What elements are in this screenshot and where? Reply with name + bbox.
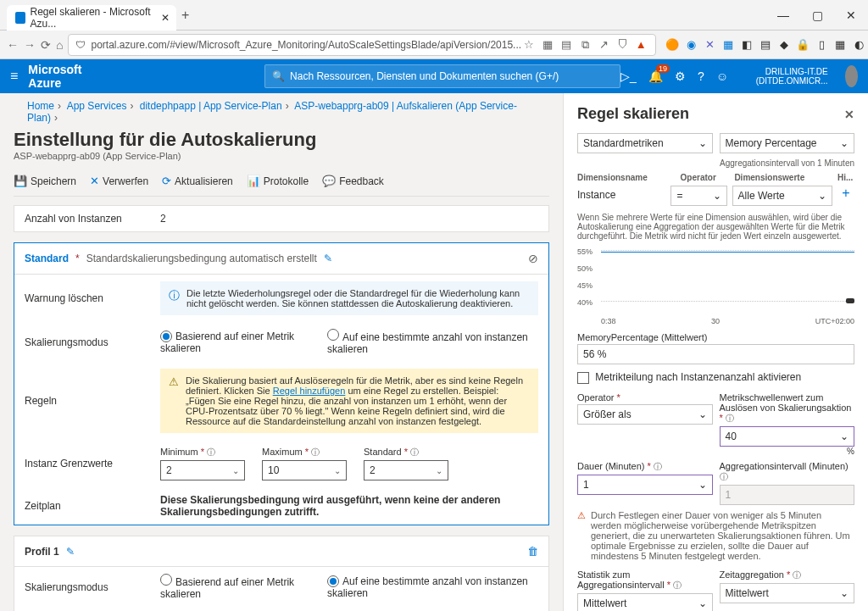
source-select[interactable]: Standardmetriken⌄	[577, 133, 713, 153]
warn-triangle-icon[interactable]: ▲	[633, 38, 648, 52]
page-title: Einstellung für die Autoskalierung	[14, 129, 549, 151]
duration-warn: Durch Festlegen einer Dauer von weniger …	[591, 510, 854, 561]
multi-note: Wenn Sie mehrere Werte für eine Dimensio…	[577, 213, 854, 241]
window-maximize[interactable]: ▢	[800, 8, 834, 22]
discard-icon: ✕	[90, 175, 99, 187]
warn-delete-label: Warnung löschen	[25, 292, 160, 304]
agg-int-input: 1	[720, 485, 855, 505]
ext-icon[interactable]: 🟠	[665, 38, 680, 51]
settings-icon[interactable]: ⚙	[675, 69, 686, 83]
nav-fwd-icon[interactable]: →	[24, 38, 36, 52]
info-text: Die letzte Wiederholungsregel oder die S…	[186, 288, 530, 308]
hamburger-icon[interactable]: ≡	[10, 69, 18, 84]
crumb-plan[interactable]: ditdephpapp | App Service-Plan	[140, 100, 282, 112]
breadcrumb: Home› App Services› ditdephpapp | App Se…	[14, 93, 549, 127]
add-rule-link[interactable]: Regel hinzufügen	[273, 386, 346, 396]
nav-home-icon[interactable]: ⌂	[56, 38, 63, 52]
metric-value-box: 56 %	[577, 344, 854, 364]
refresh-button[interactable]: ⟳Aktualisieren	[162, 175, 233, 187]
standard-title: Standard	[25, 253, 69, 264]
ext-icon[interactable]: ▯	[814, 38, 829, 51]
metric-chart: 55% 50% 45% 40%	[577, 247, 854, 315]
max-select[interactable]: 10⌄	[262, 460, 347, 480]
edit-icon[interactable]: ✎	[66, 546, 75, 558]
rules-label: Regeln	[25, 395, 160, 407]
feedback-icon: 💬	[322, 175, 336, 187]
feedback-icon[interactable]: ☺	[716, 69, 728, 83]
ext-icon[interactable]: ◆	[776, 38, 792, 51]
save-icon: 💾	[14, 175, 27, 187]
ext-icon[interactable]: ◧	[739, 38, 754, 51]
split-checkbox[interactable]	[577, 372, 589, 384]
metric-select[interactable]: Memory Percentage⌄	[720, 133, 855, 153]
ext-icon[interactable]: ◉	[683, 38, 698, 51]
ext-icon[interactable]: ▦	[721, 38, 736, 51]
std-select[interactable]: 2⌄	[364, 460, 448, 480]
dim-op-select[interactable]: =⌄	[670, 186, 726, 206]
nav-reload-icon[interactable]: ⟳	[41, 38, 51, 52]
feedback-button[interactable]: 💬Feedback	[322, 175, 384, 187]
agg-note: Aggregationsintervall von 1 Minuten	[577, 158, 854, 168]
window-close[interactable]: ✕	[834, 8, 868, 22]
dim-vals-select[interactable]: Alle Werte⌄	[732, 186, 832, 206]
scale-mode-label: Skalierungsmodus	[25, 581, 160, 593]
crumb-appservices[interactable]: App Services	[67, 100, 127, 112]
qr-icon[interactable]: ▦	[540, 38, 555, 52]
threshold-input[interactable]: 40⌄	[720, 426, 855, 447]
ext-icon[interactable]: 🔒	[795, 38, 810, 51]
ext-icon[interactable]: ▦	[832, 38, 848, 51]
radio-count[interactable]: Auf eine bestimmte anzahl von instanzen …	[327, 329, 538, 355]
add-dimension-icon[interactable]: +	[837, 186, 854, 206]
avatar[interactable]	[845, 65, 858, 87]
edit-icon[interactable]: ✎	[324, 253, 332, 264]
panel-close-icon[interactable]: ✕	[844, 108, 854, 121]
radio-metric[interactable]: Basierend auf einer Metrik skalieren	[160, 330, 314, 354]
ext-icon[interactable]: ▤	[758, 38, 773, 51]
instance-count-value: 2	[160, 213, 166, 225]
panel-title: Regel skalieren	[577, 105, 689, 123]
new-tab-icon[interactable]: +	[181, 8, 189, 23]
shield2-icon[interactable]: ⛉	[615, 38, 630, 52]
instance-count-label: Anzahl von Instanzen	[25, 213, 160, 225]
ext-icon[interactable]: ✕	[702, 38, 717, 51]
duration-input[interactable]: 1⌄	[577, 475, 713, 495]
share-icon[interactable]: ↗	[596, 38, 611, 52]
url-bar[interactable]: 🛡 portal.azure.com/#view/Microsoft_Azure…	[68, 34, 656, 56]
pip-icon[interactable]: ⧉	[577, 38, 593, 52]
account-info[interactable]: DRILLING-IT.DE (DITDE.ONMICR...	[747, 67, 828, 86]
logs-icon: 📊	[247, 175, 260, 187]
search-placeholder: Nach Ressourcen, Diensten und Dokumenten…	[290, 70, 559, 82]
notifications-icon[interactable]: 🔔	[648, 69, 663, 83]
page-subtitle: ASP-webapprg-ab09 (App Service-Plan)	[14, 151, 549, 161]
search-icon: 🔍	[272, 70, 285, 82]
help-icon[interactable]: ?	[698, 69, 704, 83]
tab-close-icon[interactable]: ✕	[161, 12, 170, 24]
reader-icon[interactable]: ▤	[559, 38, 574, 52]
limits-label: Instanz Grenzwerte	[25, 458, 160, 469]
operator-select[interactable]: Größer als⌄	[577, 404, 713, 425]
min-select[interactable]: 2⌄	[160, 460, 245, 480]
dim-op-header: Operator	[681, 173, 730, 182]
discard-button[interactable]: ✕Verwerfen	[90, 175, 148, 187]
schedule-label: Zeitplan	[25, 500, 160, 512]
window-minimize[interactable]: —	[766, 8, 800, 22]
stat-select[interactable]: Mittelwert⌄	[577, 593, 713, 611]
save-button[interactable]: 💾Speichern	[14, 175, 76, 187]
crumb-home[interactable]: Home	[27, 100, 54, 112]
star-icon[interactable]: ☆	[521, 38, 537, 52]
azure-favicon	[15, 12, 25, 24]
radio-metric[interactable]: Basierend auf einer Metrik skalieren	[160, 574, 314, 600]
logs-button[interactable]: 📊Protokolle	[247, 175, 309, 187]
timeagg-select[interactable]: Mittelwert⌄	[720, 583, 855, 603]
ext-icon[interactable]: ◐	[851, 38, 866, 51]
delete-icon[interactable]: 🗑	[527, 545, 538, 558]
azure-brand[interactable]: Microsoft Azure	[28, 63, 95, 90]
browser-tab[interactable]: Regel skalieren - Microsoft Azu... ✕	[7, 5, 176, 31]
refresh-icon: ⟳	[162, 175, 171, 187]
azure-search[interactable]: 🔍 Nach Ressourcen, Diensten und Dokument…	[264, 64, 620, 88]
metric-value-label: MemoryPercentage (Mittelwert)	[577, 332, 854, 342]
radio-count[interactable]: Auf eine bestimmte anzahl von instanzen …	[327, 575, 538, 599]
schedule-text: Diese Skalierungsbedingung wird ausgefüh…	[160, 494, 538, 518]
cloud-shell-icon[interactable]: ▷_	[620, 69, 637, 83]
nav-back-icon[interactable]: ←	[7, 38, 19, 52]
